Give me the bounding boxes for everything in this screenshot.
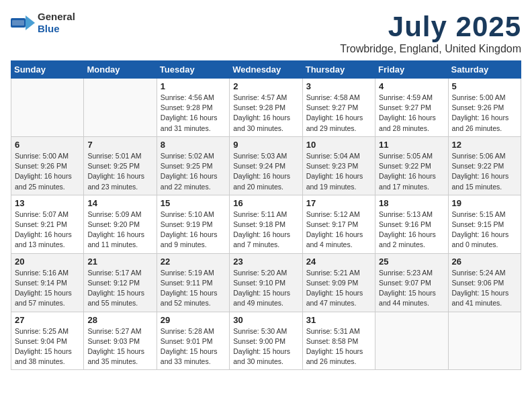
calendar-cell [84, 79, 157, 137]
day-info: Sunrise: 5:31 AM Sunset: 8:58 PM Dayligh… [306, 326, 371, 367]
day-info: Sunrise: 5:16 AM Sunset: 9:14 PM Dayligh… [15, 268, 80, 309]
day-info: Sunrise: 5:01 AM Sunset: 9:25 PM Dayligh… [87, 151, 152, 192]
calendar-cell: 7Sunrise: 5:01 AM Sunset: 9:25 PM Daylig… [84, 136, 157, 195]
calendar-cell: 24Sunrise: 5:21 AM Sunset: 9:09 PM Dayli… [302, 253, 375, 312]
day-info: Sunrise: 5:09 AM Sunset: 9:20 PM Dayligh… [87, 210, 152, 250]
day-info: Sunrise: 5:04 AM Sunset: 9:23 PM Dayligh… [306, 151, 371, 192]
logo: General Blue [11, 11, 75, 35]
calendar-cell: 18Sunrise: 5:13 AM Sunset: 9:16 PM Dayli… [375, 195, 448, 253]
calendar-cell: 1Sunrise: 4:56 AM Sunset: 9:28 PM Daylig… [157, 79, 229, 137]
calendar-cell [11, 79, 84, 137]
calendar: SundayMondayTuesdayWednesdayThursdayFrid… [11, 60, 521, 370]
calendar-cell [448, 312, 521, 370]
svg-marker-1 [26, 15, 35, 30]
calendar-cell: 15Sunrise: 5:10 AM Sunset: 9:19 PM Dayli… [157, 195, 229, 253]
day-info: Sunrise: 5:10 AM Sunset: 9:19 PM Dayligh… [161, 210, 226, 250]
day-info: Sunrise: 5:28 AM Sunset: 9:01 PM Dayligh… [161, 326, 226, 367]
calendar-cell: 14Sunrise: 5:09 AM Sunset: 9:20 PM Dayli… [84, 195, 157, 253]
day-number: 23 [233, 257, 298, 267]
day-number: 6 [15, 140, 80, 150]
day-number: 22 [161, 257, 226, 267]
day-info: Sunrise: 5:13 AM Sunset: 9:16 PM Dayligh… [379, 210, 444, 250]
calendar-cell: 3Sunrise: 4:58 AM Sunset: 9:27 PM Daylig… [302, 79, 375, 137]
column-header-tuesday: Tuesday [157, 61, 229, 79]
day-number: 4 [379, 81, 444, 91]
day-number: 10 [306, 140, 371, 150]
day-number: 20 [15, 257, 80, 267]
day-info: Sunrise: 5:23 AM Sunset: 9:07 PM Dayligh… [379, 268, 444, 309]
day-number: 8 [161, 140, 226, 150]
header: General Blue July 2025 Trowbridge, Engla… [11, 11, 521, 55]
calendar-cell: 5Sunrise: 5:00 AM Sunset: 9:26 PM Daylig… [448, 79, 521, 137]
calendar-cell: 31Sunrise: 5:31 AM Sunset: 8:58 PM Dayli… [302, 312, 375, 370]
calendar-cell: 30Sunrise: 5:30 AM Sunset: 9:00 PM Dayli… [230, 312, 302, 370]
day-number: 21 [87, 257, 152, 267]
day-number: 27 [15, 315, 80, 325]
day-info: Sunrise: 5:05 AM Sunset: 9:22 PM Dayligh… [379, 151, 444, 192]
day-info: Sunrise: 5:11 AM Sunset: 9:18 PM Dayligh… [233, 210, 298, 250]
calendar-cell: 20Sunrise: 5:16 AM Sunset: 9:14 PM Dayli… [11, 253, 84, 312]
day-info: Sunrise: 4:56 AM Sunset: 9:28 PM Dayligh… [161, 93, 226, 134]
calendar-cell: 4Sunrise: 4:59 AM Sunset: 9:27 PM Daylig… [375, 79, 448, 137]
calendar-header-row: SundayMondayTuesdayWednesdayThursdayFrid… [11, 61, 521, 79]
calendar-cell: 19Sunrise: 5:15 AM Sunset: 9:15 PM Dayli… [448, 195, 521, 253]
day-number: 2 [233, 81, 298, 91]
column-header-thursday: Thursday [302, 61, 375, 79]
column-header-wednesday: Wednesday [230, 61, 302, 79]
calendar-cell: 8Sunrise: 5:02 AM Sunset: 9:25 PM Daylig… [157, 136, 229, 195]
day-number: 18 [379, 198, 444, 208]
svg-rect-2 [12, 20, 24, 26]
day-info: Sunrise: 5:19 AM Sunset: 9:11 PM Dayligh… [161, 268, 226, 309]
day-info: Sunrise: 5:20 AM Sunset: 9:10 PM Dayligh… [233, 268, 298, 309]
column-header-sunday: Sunday [11, 61, 84, 79]
day-number: 25 [379, 257, 444, 267]
location-title: Trowbridge, England, United Kingdom [340, 43, 521, 55]
calendar-week-row: 1Sunrise: 4:56 AM Sunset: 9:28 PM Daylig… [11, 79, 521, 137]
day-info: Sunrise: 5:06 AM Sunset: 9:22 PM Dayligh… [452, 151, 517, 192]
calendar-cell: 12Sunrise: 5:06 AM Sunset: 9:22 PM Dayli… [448, 136, 521, 195]
day-number: 16 [233, 198, 298, 208]
day-info: Sunrise: 4:57 AM Sunset: 9:28 PM Dayligh… [233, 93, 298, 134]
day-info: Sunrise: 5:27 AM Sunset: 9:03 PM Dayligh… [87, 326, 152, 367]
day-number: 24 [306, 257, 371, 267]
calendar-cell: 16Sunrise: 5:11 AM Sunset: 9:18 PM Dayli… [230, 195, 302, 253]
calendar-cell: 17Sunrise: 5:12 AM Sunset: 9:17 PM Dayli… [302, 195, 375, 253]
column-header-friday: Friday [375, 61, 448, 79]
calendar-cell: 29Sunrise: 5:28 AM Sunset: 9:01 PM Dayli… [157, 312, 229, 370]
logo-icon [11, 13, 35, 33]
logo-general-text: General [38, 11, 75, 22]
day-number: 1 [161, 81, 226, 91]
day-number: 12 [452, 140, 517, 150]
day-number: 17 [306, 198, 371, 208]
day-number: 7 [87, 140, 152, 150]
day-number: 14 [87, 198, 152, 208]
logo-blue-text: Blue [38, 23, 60, 34]
day-info: Sunrise: 5:17 AM Sunset: 9:12 PM Dayligh… [87, 268, 152, 309]
calendar-cell: 26Sunrise: 5:24 AM Sunset: 9:06 PM Dayli… [448, 253, 521, 312]
calendar-cell: 22Sunrise: 5:19 AM Sunset: 9:11 PM Dayli… [157, 253, 229, 312]
calendar-week-row: 27Sunrise: 5:25 AM Sunset: 9:04 PM Dayli… [11, 312, 521, 370]
calendar-cell: 27Sunrise: 5:25 AM Sunset: 9:04 PM Dayli… [11, 312, 84, 370]
day-number: 19 [452, 198, 517, 208]
day-number: 5 [452, 81, 517, 91]
day-number: 26 [452, 257, 517, 267]
calendar-cell: 11Sunrise: 5:05 AM Sunset: 9:22 PM Dayli… [375, 136, 448, 195]
day-number: 13 [15, 198, 80, 208]
day-number: 28 [87, 315, 152, 325]
calendar-cell: 28Sunrise: 5:27 AM Sunset: 9:03 PM Dayli… [84, 312, 157, 370]
day-info: Sunrise: 5:07 AM Sunset: 9:21 PM Dayligh… [15, 210, 80, 250]
day-info: Sunrise: 5:00 AM Sunset: 9:26 PM Dayligh… [15, 151, 80, 192]
day-number: 29 [161, 315, 226, 325]
calendar-cell: 2Sunrise: 4:57 AM Sunset: 9:28 PM Daylig… [230, 79, 302, 137]
day-info: Sunrise: 4:58 AM Sunset: 9:27 PM Dayligh… [306, 93, 371, 134]
day-info: Sunrise: 5:25 AM Sunset: 9:04 PM Dayligh… [15, 326, 80, 367]
day-info: Sunrise: 4:59 AM Sunset: 9:27 PM Dayligh… [379, 93, 444, 134]
calendar-cell: 9Sunrise: 5:03 AM Sunset: 9:24 PM Daylig… [230, 136, 302, 195]
calendar-cell [375, 312, 448, 370]
title-area: July 2025 Trowbridge, England, United Ki… [340, 11, 521, 55]
day-number: 3 [306, 81, 371, 91]
day-info: Sunrise: 5:12 AM Sunset: 9:17 PM Dayligh… [306, 210, 371, 250]
calendar-week-row: 6Sunrise: 5:00 AM Sunset: 9:26 PM Daylig… [11, 136, 521, 195]
calendar-week-row: 13Sunrise: 5:07 AM Sunset: 9:21 PM Dayli… [11, 195, 521, 253]
day-info: Sunrise: 5:15 AM Sunset: 9:15 PM Dayligh… [452, 210, 517, 250]
